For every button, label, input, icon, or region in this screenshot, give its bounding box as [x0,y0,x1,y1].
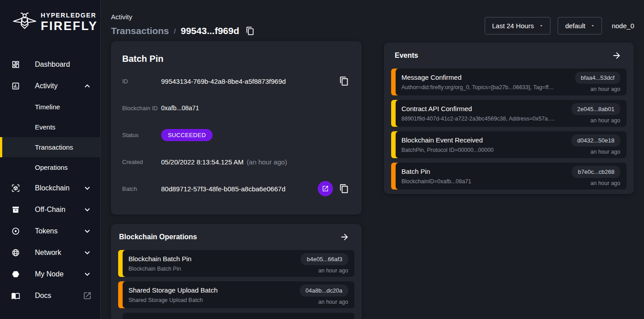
detail-label: Batch [122,185,161,192]
event-id-badge: 2e045...8ab01 [571,103,620,115]
created-timestamp: 05/20/2022 8:13:54.125 AM [161,158,243,166]
breadcrumb-current: 99543...f969d [181,26,239,36]
globe-icon [11,248,20,257]
operation-id-badge: 04a8b...dc20a [300,285,348,297]
operations-title: Blockchain Operations [119,233,197,241]
sidebar-item-docs[interactable]: Docs [0,285,100,306]
detail-label: Created [122,159,161,165]
operation-row[interactable]: Shared Storage Upload Batch Shared Stora… [118,281,354,308]
cube-icon [11,184,20,193]
detail-label: ID [122,78,161,85]
event-time: an hour ago [590,149,620,155]
namespace-dropdown[interactable]: default [558,17,602,34]
sidebar-item-label: Off-Chain [35,206,82,214]
events-list: Message Confirmed Author=did:firefly:org… [384,69,634,190]
event-title: Batch Pin [401,168,567,175]
bar-chart-icon [11,82,20,91]
created-relative-time: (an hour ago) [247,158,287,166]
sidebar-item-label: Transactions [35,143,73,151]
transaction-type-title: Batch Pin [111,41,362,64]
operation-subtitle: Shared Storage Upload Batch [128,297,294,303]
sidebar-item-timeline[interactable]: Timeline [0,97,100,117]
sidebar-item-label: Activity [35,82,82,90]
breadcrumb: Transactions / 99543...f969d [111,26,255,36]
sidebar-item-transactions[interactable]: Transactions [0,137,100,157]
dashboard-icon [11,60,20,69]
detail-row-id: ID 99543134-769b-42a8-8be4-a5f8873f969d [111,68,362,95]
sidebar-item-label: Operations [35,164,68,171]
event-id-badge: b7e0c...cb268 [572,166,620,178]
operation-row-partial[interactable] [118,313,354,319]
detail-label: Blockchain ID [122,105,161,112]
sidebar-item-offchain[interactable]: Off-Chain [0,199,100,220]
operations-header: Blockchain Operations [111,224,362,250]
copy-transaction-id-button[interactable] [246,26,255,35]
sidebar-item-label: Docs [35,292,82,300]
detail-row-status: Status SUCCEEDED [111,121,362,148]
event-row[interactable]: Blockchain Event Received BatchPin, Prot… [391,131,627,158]
view-all-operations-button[interactable] [340,232,350,242]
event-subtitle: BlockchainID=0xafb...08a71 [401,178,567,185]
chevron-up-icon [82,81,92,91]
operation-title: Blockchain Batch Pin [128,255,295,263]
operations-list: Blockchain Batch Pin Blockchain Batch Pi… [111,250,362,319]
transaction-detail-card: Batch Pin ID 99543134-769b-42a8-8be4-a5f… [111,41,362,215]
sidebar-item-dashboard[interactable]: Dashboard [0,54,100,75]
namespace-label: default [565,22,585,30]
sidebar-item-mynode[interactable]: My Node [0,263,100,285]
event-title: Contract API Confirmed [401,105,566,112]
chevron-down-icon [82,248,92,258]
sidebar-item-blockchain[interactable]: Blockchain [0,177,100,199]
brand-line2: FIREFLY [41,19,98,33]
event-subtitle: Author=did:firefly:org/org_0, Topics=[ba… [401,84,570,91]
open-batch-button[interactable] [318,181,333,196]
sidebar-item-tokens[interactable]: Tokens [0,220,100,242]
chevron-down-icon [82,226,92,236]
sidebar-item-label: Network [35,249,82,257]
event-time: an hour ago [590,117,620,124]
toolbar: Last 24 Hours default node_0 [485,17,635,34]
dropdown-caret-icon [590,23,595,28]
chevron-down-icon [82,269,92,279]
detail-row-blockchain-id: Blockchain ID 0xafb...08a71 [111,95,362,121]
event-id-badge: d0432...50e18 [571,134,620,147]
sidebar-item-label: Timeline [35,103,60,111]
hexagon-icon [11,270,20,279]
dropdown-caret-icon [539,23,544,28]
event-id-badge: bfaa4...53dcf [575,72,620,84]
transaction-id-value: 99543134-769b-42a8-8be4-a5f8873f969d [161,78,286,85]
blockchain-id-value: 0xafb...08a71 [161,104,199,112]
sidebar: HYPERLEDGER FIREFLY Dashboard [0,0,101,319]
breadcrumb-parent[interactable]: Transactions [111,26,169,36]
operation-row[interactable]: Blockchain Batch Pin Blockchain Batch Pi… [118,250,354,277]
event-row[interactable]: Contract API Confirmed 88901f9d-407d-41c… [391,100,627,127]
events-card: Events Message Confirmed Author=did:fire… [384,43,634,194]
operation-time: an hour ago [318,299,348,305]
events-header: Events [384,43,634,69]
event-time: an hour ago [590,86,620,92]
batch-id-value: 80d89712-57f3-48fe-b085-a8cba6e0667d [161,185,286,193]
sidebar-item-events[interactable]: Events [0,117,100,137]
sidebar-item-label: Events [35,123,55,131]
event-time: an hour ago [590,180,620,186]
event-row[interactable]: Batch Pin BlockchainID=0xafb...08a71 b7e… [391,163,627,190]
event-title: Blockchain Event Received [401,136,566,144]
sidebar-item-network[interactable]: Network [0,242,100,263]
view-all-events-button[interactable] [612,51,622,60]
arrow-right-icon [612,51,622,60]
copy-id-button[interactable] [339,76,349,86]
sidebar-item-operations[interactable]: Operations [0,157,100,177]
transaction-detail-rows: ID 99543134-769b-42a8-8be4-a5f8873f969d … [111,68,362,202]
time-filter-dropdown[interactable]: Last 24 Hours [485,17,550,34]
breadcrumb-separator: / [174,27,176,35]
event-row[interactable]: Message Confirmed Author=did:firefly:org… [391,69,627,95]
sidebar-item-label: Tokens [35,227,82,235]
operation-title: Shared Storage Upload Batch [128,286,294,294]
status-badge: SUCCEEDED [161,129,213,141]
brand-logo: HYPERLEDGER FIREFLY [0,0,100,33]
copy-batch-button[interactable] [339,184,349,194]
events-title: Events [395,52,418,60]
chevron-down-icon [82,205,92,215]
sidebar-item-activity[interactable]: Activity [0,75,100,97]
operation-time: an hour ago [318,267,348,274]
